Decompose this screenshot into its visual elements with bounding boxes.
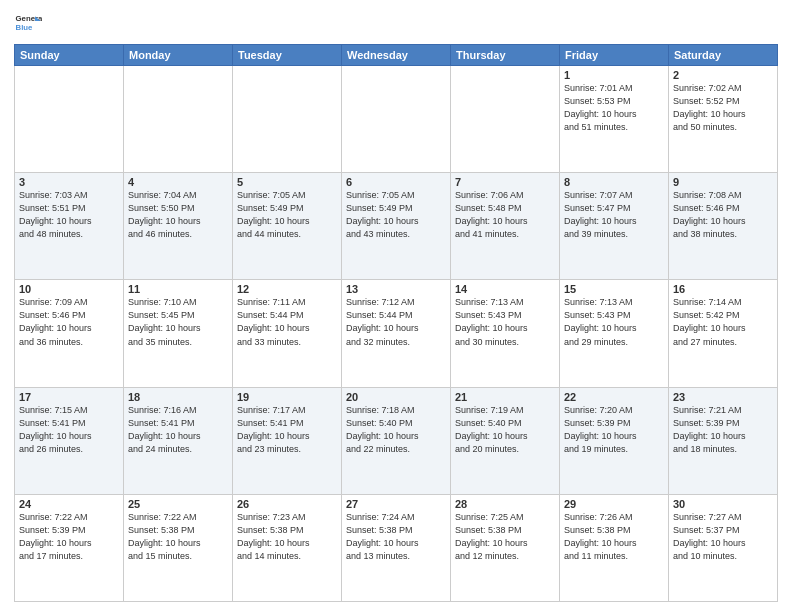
week-row-1: 1Sunrise: 7:01 AM Sunset: 5:53 PM Daylig… (15, 66, 778, 173)
logo-icon: General Blue (14, 10, 42, 38)
calendar-cell: 20Sunrise: 7:18 AM Sunset: 5:40 PM Dayli… (342, 387, 451, 494)
svg-text:General: General (16, 14, 42, 23)
calendar-cell: 23Sunrise: 7:21 AM Sunset: 5:39 PM Dayli… (669, 387, 778, 494)
day-number: 6 (346, 176, 446, 188)
day-number: 21 (455, 391, 555, 403)
day-number: 11 (128, 283, 228, 295)
weekday-header-monday: Monday (124, 45, 233, 66)
calendar-cell (233, 66, 342, 173)
calendar-cell: 6Sunrise: 7:05 AM Sunset: 5:49 PM Daylig… (342, 173, 451, 280)
week-row-2: 3Sunrise: 7:03 AM Sunset: 5:51 PM Daylig… (15, 173, 778, 280)
day-info: Sunrise: 7:17 AM Sunset: 5:41 PM Dayligh… (237, 404, 337, 456)
day-info: Sunrise: 7:24 AM Sunset: 5:38 PM Dayligh… (346, 511, 446, 563)
calendar-cell: 2Sunrise: 7:02 AM Sunset: 5:52 PM Daylig… (669, 66, 778, 173)
calendar-cell: 10Sunrise: 7:09 AM Sunset: 5:46 PM Dayli… (15, 280, 124, 387)
header: General Blue (14, 10, 778, 38)
day-number: 29 (564, 498, 664, 510)
day-info: Sunrise: 7:13 AM Sunset: 5:43 PM Dayligh… (455, 296, 555, 348)
calendar-cell (342, 66, 451, 173)
day-info: Sunrise: 7:23 AM Sunset: 5:38 PM Dayligh… (237, 511, 337, 563)
day-info: Sunrise: 7:25 AM Sunset: 5:38 PM Dayligh… (455, 511, 555, 563)
calendar-cell: 30Sunrise: 7:27 AM Sunset: 5:37 PM Dayli… (669, 494, 778, 601)
day-info: Sunrise: 7:15 AM Sunset: 5:41 PM Dayligh… (19, 404, 119, 456)
calendar-cell: 7Sunrise: 7:06 AM Sunset: 5:48 PM Daylig… (451, 173, 560, 280)
day-number: 19 (237, 391, 337, 403)
day-info: Sunrise: 7:22 AM Sunset: 5:39 PM Dayligh… (19, 511, 119, 563)
day-number: 13 (346, 283, 446, 295)
day-number: 22 (564, 391, 664, 403)
calendar-cell: 19Sunrise: 7:17 AM Sunset: 5:41 PM Dayli… (233, 387, 342, 494)
calendar-cell: 18Sunrise: 7:16 AM Sunset: 5:41 PM Dayli… (124, 387, 233, 494)
day-number: 15 (564, 283, 664, 295)
calendar-cell: 14Sunrise: 7:13 AM Sunset: 5:43 PM Dayli… (451, 280, 560, 387)
calendar-cell: 3Sunrise: 7:03 AM Sunset: 5:51 PM Daylig… (15, 173, 124, 280)
day-info: Sunrise: 7:08 AM Sunset: 5:46 PM Dayligh… (673, 189, 773, 241)
day-number: 26 (237, 498, 337, 510)
calendar-table: SundayMondayTuesdayWednesdayThursdayFrid… (14, 44, 778, 602)
day-info: Sunrise: 7:01 AM Sunset: 5:53 PM Dayligh… (564, 82, 664, 134)
calendar-cell: 16Sunrise: 7:14 AM Sunset: 5:42 PM Dayli… (669, 280, 778, 387)
day-info: Sunrise: 7:21 AM Sunset: 5:39 PM Dayligh… (673, 404, 773, 456)
day-info: Sunrise: 7:12 AM Sunset: 5:44 PM Dayligh… (346, 296, 446, 348)
calendar-cell: 17Sunrise: 7:15 AM Sunset: 5:41 PM Dayli… (15, 387, 124, 494)
day-info: Sunrise: 7:09 AM Sunset: 5:46 PM Dayligh… (19, 296, 119, 348)
weekday-header-row: SundayMondayTuesdayWednesdayThursdayFrid… (15, 45, 778, 66)
calendar-cell: 9Sunrise: 7:08 AM Sunset: 5:46 PM Daylig… (669, 173, 778, 280)
calendar-cell: 24Sunrise: 7:22 AM Sunset: 5:39 PM Dayli… (15, 494, 124, 601)
weekday-header-saturday: Saturday (669, 45, 778, 66)
week-row-4: 17Sunrise: 7:15 AM Sunset: 5:41 PM Dayli… (15, 387, 778, 494)
calendar-cell: 4Sunrise: 7:04 AM Sunset: 5:50 PM Daylig… (124, 173, 233, 280)
calendar-cell: 28Sunrise: 7:25 AM Sunset: 5:38 PM Dayli… (451, 494, 560, 601)
day-info: Sunrise: 7:19 AM Sunset: 5:40 PM Dayligh… (455, 404, 555, 456)
calendar-cell (451, 66, 560, 173)
day-info: Sunrise: 7:14 AM Sunset: 5:42 PM Dayligh… (673, 296, 773, 348)
svg-text:Blue: Blue (16, 23, 34, 32)
day-number: 8 (564, 176, 664, 188)
day-info: Sunrise: 7:07 AM Sunset: 5:47 PM Dayligh… (564, 189, 664, 241)
day-number: 28 (455, 498, 555, 510)
day-number: 12 (237, 283, 337, 295)
day-number: 10 (19, 283, 119, 295)
day-number: 3 (19, 176, 119, 188)
day-info: Sunrise: 7:04 AM Sunset: 5:50 PM Dayligh… (128, 189, 228, 241)
day-number: 16 (673, 283, 773, 295)
day-number: 30 (673, 498, 773, 510)
day-number: 17 (19, 391, 119, 403)
day-info: Sunrise: 7:16 AM Sunset: 5:41 PM Dayligh… (128, 404, 228, 456)
day-number: 9 (673, 176, 773, 188)
day-info: Sunrise: 7:05 AM Sunset: 5:49 PM Dayligh… (346, 189, 446, 241)
calendar-cell: 11Sunrise: 7:10 AM Sunset: 5:45 PM Dayli… (124, 280, 233, 387)
day-number: 25 (128, 498, 228, 510)
calendar-cell: 5Sunrise: 7:05 AM Sunset: 5:49 PM Daylig… (233, 173, 342, 280)
calendar-cell: 27Sunrise: 7:24 AM Sunset: 5:38 PM Dayli… (342, 494, 451, 601)
week-row-3: 10Sunrise: 7:09 AM Sunset: 5:46 PM Dayli… (15, 280, 778, 387)
day-info: Sunrise: 7:27 AM Sunset: 5:37 PM Dayligh… (673, 511, 773, 563)
logo: General Blue (14, 10, 42, 38)
day-number: 23 (673, 391, 773, 403)
calendar-cell: 15Sunrise: 7:13 AM Sunset: 5:43 PM Dayli… (560, 280, 669, 387)
day-info: Sunrise: 7:18 AM Sunset: 5:40 PM Dayligh… (346, 404, 446, 456)
day-info: Sunrise: 7:13 AM Sunset: 5:43 PM Dayligh… (564, 296, 664, 348)
calendar-cell: 8Sunrise: 7:07 AM Sunset: 5:47 PM Daylig… (560, 173, 669, 280)
weekday-header-sunday: Sunday (15, 45, 124, 66)
day-info: Sunrise: 7:20 AM Sunset: 5:39 PM Dayligh… (564, 404, 664, 456)
weekday-header-thursday: Thursday (451, 45, 560, 66)
calendar-cell: 26Sunrise: 7:23 AM Sunset: 5:38 PM Dayli… (233, 494, 342, 601)
calendar-cell: 29Sunrise: 7:26 AM Sunset: 5:38 PM Dayli… (560, 494, 669, 601)
day-info: Sunrise: 7:02 AM Sunset: 5:52 PM Dayligh… (673, 82, 773, 134)
calendar-cell: 22Sunrise: 7:20 AM Sunset: 5:39 PM Dayli… (560, 387, 669, 494)
calendar-cell (124, 66, 233, 173)
day-info: Sunrise: 7:03 AM Sunset: 5:51 PM Dayligh… (19, 189, 119, 241)
day-number: 18 (128, 391, 228, 403)
day-info: Sunrise: 7:10 AM Sunset: 5:45 PM Dayligh… (128, 296, 228, 348)
calendar-cell (15, 66, 124, 173)
week-row-5: 24Sunrise: 7:22 AM Sunset: 5:39 PM Dayli… (15, 494, 778, 601)
calendar-cell: 12Sunrise: 7:11 AM Sunset: 5:44 PM Dayli… (233, 280, 342, 387)
day-number: 1 (564, 69, 664, 81)
calendar-cell: 13Sunrise: 7:12 AM Sunset: 5:44 PM Dayli… (342, 280, 451, 387)
day-number: 27 (346, 498, 446, 510)
day-number: 4 (128, 176, 228, 188)
day-info: Sunrise: 7:06 AM Sunset: 5:48 PM Dayligh… (455, 189, 555, 241)
calendar-cell: 25Sunrise: 7:22 AM Sunset: 5:38 PM Dayli… (124, 494, 233, 601)
weekday-header-friday: Friday (560, 45, 669, 66)
